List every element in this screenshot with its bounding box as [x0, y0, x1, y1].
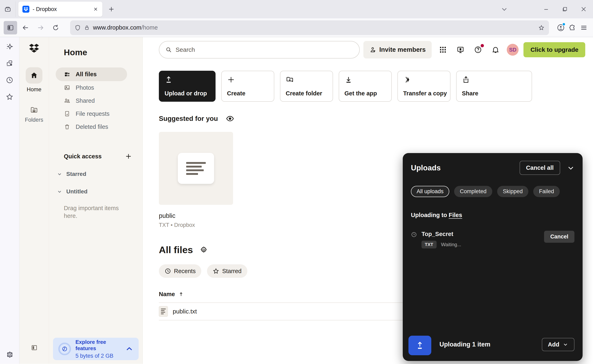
quick-actions-row: Upload or drop Create Create folder [159, 71, 593, 102]
bookmark-star-icon[interactable] [538, 25, 545, 31]
share-card[interactable]: Share [456, 71, 532, 102]
sidebar-toggle-button[interactable] [4, 21, 17, 34]
uploads-footer: Uploading 1 item Add [411, 336, 574, 353]
firefox-view-button[interactable] [0, 1, 15, 17]
settings-gear-icon[interactable] [200, 246, 208, 254]
recents-chip[interactable]: Recents [159, 264, 201, 278]
firefox-sidebar [0, 37, 19, 364]
help-notification-dot [481, 44, 484, 47]
transfer-icon [403, 76, 445, 84]
dropbox-sidebar: Home All files Photos [49, 37, 143, 364]
notifications-bell-button[interactable] [489, 46, 502, 54]
tracking-protection-shield-icon[interactable] [75, 25, 81, 31]
tab-close-icon[interactable] [93, 6, 98, 12]
new-tab-button[interactable] [108, 6, 115, 13]
search-input[interactable] [176, 46, 353, 53]
quick-access-group-starred[interactable]: Starred [57, 171, 143, 177]
restore-button[interactable] [555, 0, 574, 18]
sidebar-nav-list: All files Photos Shared [56, 67, 127, 133]
filter-failed[interactable]: Failed [533, 186, 560, 197]
sidebar-title: Home [64, 48, 143, 57]
get-the-app-card[interactable]: Get the app [339, 71, 392, 102]
suggested-file-card[interactable] [159, 132, 233, 205]
file-type-badge: TXT [422, 241, 437, 248]
destination-files-link[interactable]: Files [449, 212, 462, 218]
text-document-icon [186, 162, 206, 175]
uploads-footer-status: Uploading 1 item [439, 341, 490, 348]
minimize-button[interactable] [537, 0, 555, 18]
dropbox-rail: Home Folders [19, 37, 49, 364]
sort-ascending-icon [178, 292, 184, 297]
menu-hamburger-button[interactable] [580, 24, 588, 32]
tab-list-chevron-icon[interactable] [495, 0, 514, 18]
person-add-icon [369, 46, 376, 53]
chevron-down-icon [563, 342, 568, 347]
account-sync-dot [562, 22, 566, 26]
rail-folders-button[interactable]: Folders [25, 106, 43, 123]
sidebar-settings-gear-icon[interactable] [0, 351, 19, 358]
sidebar-item-photos[interactable]: Photos [56, 81, 127, 94]
upload-icon [165, 76, 210, 84]
browser-tab[interactable]: - Dropbox [18, 2, 102, 17]
filter-all-uploads[interactable]: All uploads [411, 186, 449, 197]
cancel-all-button[interactable]: Cancel all [520, 161, 560, 175]
upload-progress-icon[interactable] [409, 336, 431, 355]
close-window-button[interactable] [574, 0, 593, 18]
search-bar[interactable] [159, 41, 360, 58]
upgrade-button[interactable]: Click to upgrade [523, 42, 585, 57]
storage-explore-card[interactable]: Explore free features 5 bytes of 2 GB [53, 338, 139, 360]
create-folder-card[interactable]: Create folder [280, 71, 333, 102]
invite-members-button[interactable]: Invite members [363, 41, 432, 58]
filter-skipped[interactable]: Skipped [497, 186, 528, 197]
eye-icon[interactable] [226, 114, 234, 123]
url-domain: www.dropbox.com [93, 24, 141, 31]
url-text[interactable]: www.dropbox.com/home [93, 24, 535, 31]
ai-chatbot-icon[interactable] [6, 43, 13, 51]
quick-access-add-icon[interactable] [125, 153, 132, 160]
account-button[interactable] [557, 24, 565, 32]
history-clock-icon[interactable] [6, 76, 13, 84]
cancel-upload-button[interactable]: Cancel [544, 231, 574, 243]
dropbox-logo[interactable] [29, 43, 39, 53]
apps-grid-button[interactable] [437, 46, 449, 54]
forward-button[interactable] [34, 21, 47, 34]
sidebar-item-shared[interactable]: Shared [56, 94, 127, 107]
sidebar-item-all-files[interactable]: All files [56, 67, 127, 81]
synced-tabs-icon[interactable] [6, 59, 13, 67]
destination-prefix: Uploading to [411, 212, 447, 218]
extensions-button[interactable] [568, 24, 576, 32]
url-bar[interactable]: www.dropbox.com/home [70, 20, 549, 35]
reload-button[interactable] [49, 21, 62, 34]
starred-label: Starred [222, 268, 241, 274]
photos-icon [64, 84, 70, 91]
table-row[interactable]: public.txt [159, 302, 416, 320]
firefox-view-icon [4, 6, 11, 13]
help-button[interactable] [472, 46, 484, 54]
transfer-a-copy-card[interactable]: Transfer a copy [397, 71, 450, 102]
sidebar-item-file-requests[interactable]: File requests [56, 107, 127, 120]
desktop-app-button[interactable] [454, 46, 467, 54]
all-files-title: All files [159, 244, 193, 255]
back-button[interactable] [19, 21, 32, 34]
filter-completed[interactable]: Completed [454, 186, 492, 197]
add-upload-button[interactable]: Add [542, 338, 574, 351]
url-path: /home [141, 24, 158, 31]
quick-access-group-untitled[interactable]: Untitled [57, 188, 143, 195]
sidebar-item-label: File requests [76, 110, 110, 117]
sidebar-item-label: Deleted files [76, 124, 108, 130]
chevron-up-icon[interactable] [125, 345, 133, 353]
bookmarks-star-icon[interactable] [6, 93, 13, 101]
file-requests-icon [64, 110, 70, 117]
explore-features-title: Explore free features [75, 339, 121, 351]
collapse-sidebar-icon[interactable] [19, 344, 49, 351]
avatar[interactable]: SD [507, 44, 519, 56]
rail-home-button[interactable] [26, 67, 42, 84]
uploads-panel: Uploads Cancel all All uploads Completed… [403, 153, 583, 361]
lock-icon[interactable] [84, 25, 90, 31]
upload-or-drop-card[interactable]: Upload or drop [159, 71, 216, 102]
sidebar-item-deleted-files[interactable]: Deleted files [56, 120, 127, 133]
upload-status-text: Waiting... [441, 242, 461, 247]
starred-chip[interactable]: Starred [207, 264, 247, 278]
collapse-panel-chevron-icon[interactable] [567, 164, 574, 172]
create-card[interactable]: Create [221, 71, 274, 102]
